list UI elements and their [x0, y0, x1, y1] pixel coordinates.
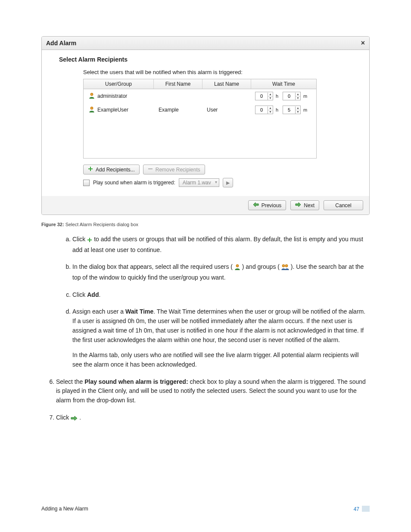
- section-title: Select Alarm Recipients: [59, 56, 352, 63]
- mins-stepper[interactable]: ▲▼: [283, 92, 301, 100]
- sound-select[interactable]: Alarm 1.wav: [179, 178, 219, 187]
- steps-list: Select the Play sound when alarm is trig…: [41, 377, 370, 424]
- substeps-list: Click to add the users or groups that wi…: [41, 235, 370, 370]
- play-sound-checkbox[interactable]: [83, 180, 90, 186]
- next-button[interactable]: Next: [290, 200, 319, 210]
- table-rows: administrator ▲▼ h ▲▼: [84, 89, 316, 158]
- list-item: Assign each user a Wait Time. The Wait T…: [72, 307, 370, 369]
- mins-input[interactable]: [283, 93, 295, 99]
- add-alarm-dialog: Add Alarm × Select Alarm Recipients Sele…: [41, 36, 370, 215]
- play-sound-label: Play sound when alarm is triggered:: [93, 180, 175, 186]
- list-item: Click Add.: [72, 290, 370, 300]
- svg-point-9: [285, 264, 288, 267]
- mins-input[interactable]: [283, 107, 295, 113]
- cancel-button[interactable]: Cancel: [324, 200, 363, 210]
- cell-user: ExampleUser: [97, 107, 128, 113]
- hours-stepper[interactable]: ▲▼: [255, 106, 273, 114]
- list-item: Click to add the users or groups that wi…: [72, 235, 370, 255]
- page-number: 47: [354, 506, 359, 512]
- user-icon: [234, 264, 240, 273]
- svg-rect-4: [148, 168, 153, 169]
- dialog-title: Add Alarm: [46, 40, 76, 47]
- list-item: In the dialog box that appears, select a…: [72, 262, 370, 282]
- list-item: Click .: [56, 413, 370, 424]
- close-icon[interactable]: ×: [361, 39, 365, 47]
- svg-point-8: [282, 264, 285, 267]
- svg-rect-6: [87, 240, 92, 240]
- add-recipients-label: Add Recipients...: [96, 167, 135, 173]
- col-wait-time: Wait Time: [251, 79, 316, 89]
- svg-point-7: [236, 264, 239, 267]
- group-icon: [281, 264, 289, 273]
- page-marker-icon: [362, 506, 370, 512]
- dialog-footer: Previous Next Cancel: [42, 196, 369, 215]
- play-icon[interactable]: ▶: [223, 178, 233, 187]
- arrow-right-icon: [295, 202, 301, 208]
- instruction-text: Select the users that will be notified w…: [83, 69, 352, 75]
- col-last-name: Last Name: [202, 79, 251, 89]
- remove-recipients-button[interactable]: Remove Recipients: [143, 165, 205, 174]
- paragraph: In the Alarms tab, only users who are no…: [72, 351, 370, 369]
- cell-user: administrator: [97, 93, 127, 99]
- hours-input[interactable]: [255, 107, 268, 113]
- table-row[interactable]: ExampleUser Example User ▲▼ h ▲▼: [84, 103, 316, 117]
- footer-title: Adding a New Alarm: [41, 506, 88, 512]
- plus-icon: [87, 236, 92, 246]
- user-icon: [89, 106, 95, 114]
- minus-icon: [148, 166, 153, 173]
- titlebar: Add Alarm ×: [42, 37, 369, 50]
- col-user-group: User/Group: [84, 79, 154, 89]
- remove-recipients-label: Remove Recipients: [156, 167, 200, 173]
- add-recipients-button[interactable]: Add Recipients...: [83, 165, 140, 174]
- svg-point-1: [90, 107, 93, 109]
- dialog-body: Select Alarm Recipients Select the users…: [42, 50, 369, 196]
- arrow-right-icon: [71, 414, 78, 424]
- table-header: User/Group First Name Last Name Wait Tim…: [84, 79, 316, 89]
- col-first-name: First Name: [154, 79, 202, 89]
- previous-button[interactable]: Previous: [248, 200, 286, 210]
- hours-input[interactable]: [255, 93, 268, 99]
- svg-point-0: [90, 93, 93, 96]
- page-footer: Adding a New Alarm 47: [41, 506, 370, 512]
- cell-first: Example: [156, 107, 204, 113]
- svg-rect-3: [88, 168, 93, 169]
- list-item: Select the Play sound when alarm is trig…: [56, 377, 370, 405]
- mins-stepper[interactable]: ▲▼: [283, 106, 301, 114]
- recipients-table: User/Group First Name Last Name Wait Tim…: [83, 79, 317, 159]
- user-icon: [89, 93, 95, 100]
- figure-caption: Figure 32: Select Alarm Recipients dialo…: [41, 222, 370, 227]
- plus-icon: [88, 166, 93, 173]
- hours-stepper[interactable]: ▲▼: [255, 92, 273, 100]
- arrow-left-icon: [253, 202, 259, 208]
- cell-last: User: [204, 107, 252, 113]
- table-row[interactable]: administrator ▲▼ h ▲▼: [84, 89, 316, 103]
